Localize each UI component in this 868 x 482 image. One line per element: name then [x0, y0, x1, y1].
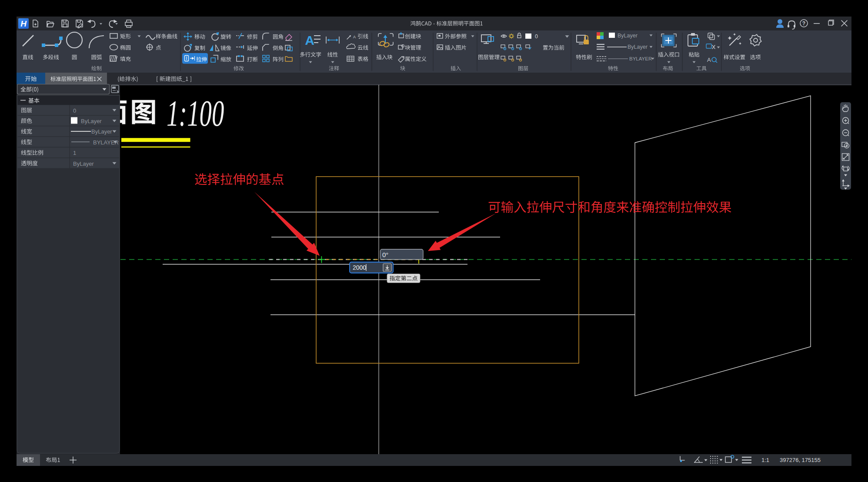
svg-text:397276, 175155: 397276, 175155 — [780, 457, 821, 463]
svg-text:0: 0 — [535, 33, 538, 40]
svg-text:?: ? — [802, 20, 805, 27]
svg-text:ByLayer: ByLayer — [618, 33, 638, 39]
svg-text:ByLayer: ByLayer — [81, 118, 102, 124]
svg-text:1: 1 — [73, 150, 76, 156]
svg-text:H: H — [20, 19, 27, 28]
svg-text:0: 0 — [73, 107, 76, 114]
svg-text:ByLayer: ByLayer — [628, 44, 648, 50]
svg-text:2000: 2000 — [353, 264, 366, 271]
svg-text:1:1: 1:1 — [761, 457, 769, 463]
svg-text:0°: 0° — [382, 251, 388, 258]
svg-text:A: A — [707, 57, 711, 63]
svg-text:A: A — [353, 35, 356, 39]
svg-text:BYLAYER: BYLAYER — [629, 56, 652, 61]
svg-text:A: A — [305, 33, 314, 47]
svg-text:ByLayer: ByLayer — [91, 128, 112, 135]
svg-text:ByLayer: ByLayer — [73, 161, 94, 167]
svg-text:1:100: 1:100 — [167, 93, 224, 134]
